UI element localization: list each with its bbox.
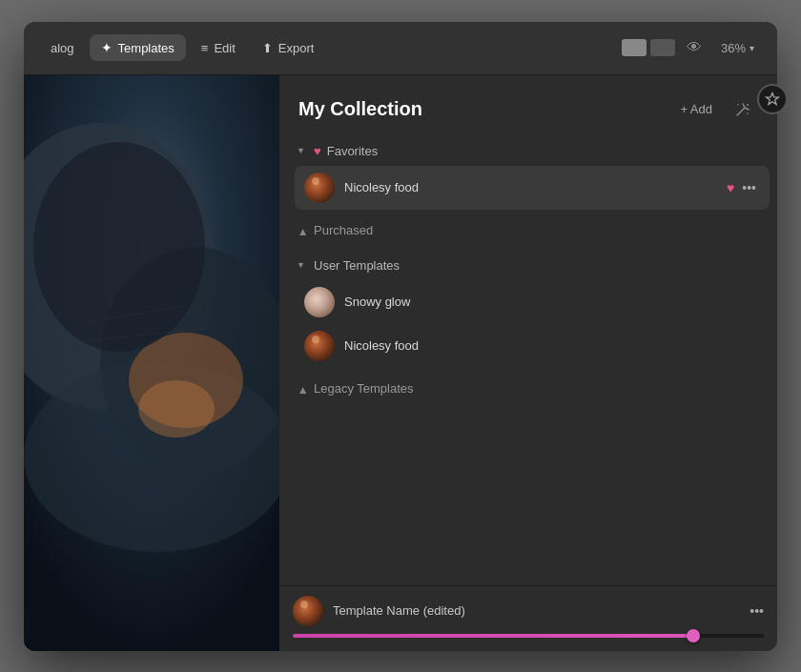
zoom-control[interactable]: 36% ▾ <box>713 37 762 59</box>
chevron-down-icon: ▾ <box>750 43 754 53</box>
favorites-items: Nicolesy food ♥ ••• <box>287 166 770 210</box>
slider-track[interactable] <box>293 634 764 638</box>
purchased-header[interactable]: ▶ Purchased <box>287 215 770 245</box>
panel-header: My Collection + Add <box>279 75 777 136</box>
more-options-button[interactable]: ••• <box>738 178 760 197</box>
view-grid-button[interactable] <box>622 39 647 56</box>
favorite-heart-icon[interactable]: ♥ <box>727 180 734 195</box>
slider-thumb[interactable] <box>687 629 700 642</box>
avatar-food-image <box>304 173 335 203</box>
photo-placeholder <box>24 75 279 651</box>
templates-button[interactable]: ✦ Templates <box>90 34 186 61</box>
header-actions: + Add <box>672 94 758 125</box>
export-icon: ⬆ <box>262 41 273 55</box>
chevron-right-icon: ▶ <box>298 224 307 235</box>
preview-bar: Template Name (edited) ••• <box>279 585 777 651</box>
list-item[interactable]: Snowy glow ••• <box>295 280 770 324</box>
templates-icon: ✦ <box>101 40 113 55</box>
favorites-section: ▼ ♥ Favorites Nicolesy food ♥ ••• <box>287 136 770 210</box>
svg-point-10 <box>737 104 739 106</box>
avatar-food-image <box>304 331 335 361</box>
favorites-heart-icon: ♥ <box>314 144 321 158</box>
avatar <box>304 287 335 317</box>
main-content: My Collection + Add <box>24 75 777 651</box>
right-panel: My Collection + Add <box>279 75 777 651</box>
avatar <box>304 331 335 361</box>
app-window: alog ✦ Templates ≡ Edit ⬆ Export 👁 36% ▾ <box>24 22 777 651</box>
preview-more-button[interactable]: ••• <box>750 603 764 619</box>
catalog-button[interactable]: alog <box>39 35 86 61</box>
svg-point-5 <box>138 380 215 438</box>
view-toggle <box>622 39 675 56</box>
view-list-button[interactable] <box>650 39 675 56</box>
user-templates-section: ▼ User Templates Snowy glow ••• <box>287 251 770 368</box>
list-item[interactable]: Nicolesy food ♥ ••• <box>295 166 770 210</box>
preview-item: Template Name (edited) ••• <box>293 596 764 626</box>
chevron-right-icon: ▶ <box>298 382 307 394</box>
slider-fill <box>293 634 693 638</box>
legacy-templates-section: ▶ Legacy Templates <box>287 374 770 403</box>
photo-area <box>24 75 279 651</box>
favorites-header[interactable]: ▼ ♥ Favorites <box>287 136 770 166</box>
intensity-slider[interactable] <box>293 634 764 638</box>
toolbar-right: 👁 36% ▾ <box>622 37 762 59</box>
item-actions: ♥ ••• <box>727 178 760 197</box>
svg-point-6 <box>33 142 205 352</box>
export-button[interactable]: ⬆ Export <box>251 35 326 61</box>
user-templates-header[interactable]: ▼ User Templates <box>287 251 770 280</box>
svg-point-9 <box>747 104 749 106</box>
preview-avatar-image <box>293 596 323 626</box>
edit-button[interactable]: ≡ Edit <box>190 35 247 61</box>
eye-icon[interactable]: 👁 <box>687 39 702 56</box>
user-templates-items: Snowy glow ••• Nicolesy food ••• <box>287 280 770 368</box>
avatar <box>304 173 335 203</box>
more-options-button[interactable]: ••• <box>738 336 760 356</box>
purchased-section: ▶ Purchased <box>287 215 770 245</box>
chevron-down-icon: ▼ <box>297 260 308 270</box>
add-button[interactable]: + Add <box>672 98 720 120</box>
legacy-templates-header[interactable]: ▶ Legacy Templates <box>287 374 770 403</box>
toolbar: alog ✦ Templates ≡ Edit ⬆ Export 👁 36% ▾ <box>24 22 777 75</box>
list-item[interactable]: Nicolesy food ••• <box>295 324 770 368</box>
avatar-snowy-image <box>304 287 335 317</box>
edit-icon: ≡ <box>201 41 209 55</box>
collection-list[interactable]: ▼ ♥ Favorites Nicolesy food ♥ ••• <box>279 136 777 585</box>
panel-title: My Collection <box>298 98 422 120</box>
chevron-down-icon: ▼ <box>297 146 308 155</box>
svg-point-11 <box>747 112 749 114</box>
magic-wand-button[interactable] <box>728 94 758 125</box>
preview-avatar <box>293 596 323 626</box>
more-options-button[interactable]: ••• <box>738 293 760 312</box>
